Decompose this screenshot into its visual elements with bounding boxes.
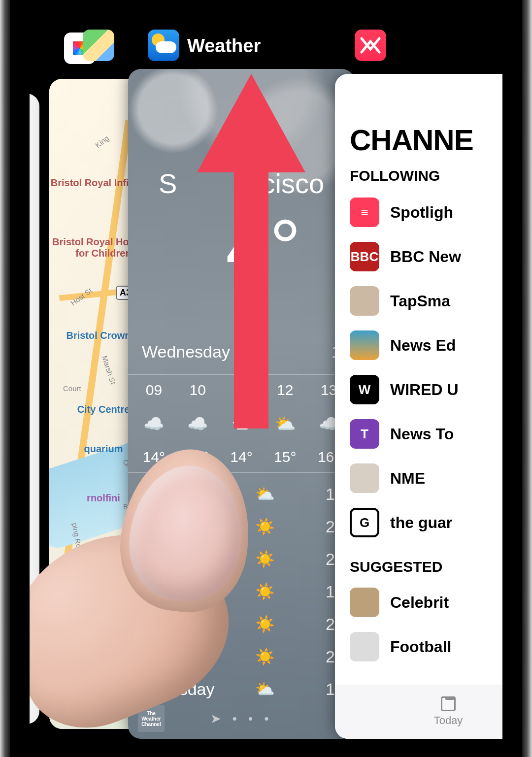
channel-icon: BBC	[350, 242, 379, 271]
suggested-list: CelebritFootball	[350, 580, 502, 669]
channel-item[interactable]: NME	[350, 456, 502, 500]
switcher-header: Weather	[30, 30, 502, 69]
section-following: FOLLOWING	[350, 167, 440, 184]
channel-name: BBC New	[390, 248, 461, 266]
day-icon: ☀️	[250, 582, 280, 601]
news-icon[interactable]	[355, 30, 386, 61]
hour-column: 09☁️14°	[143, 382, 165, 465]
channel-icon	[350, 463, 379, 493]
hour-column: 10☁️14°	[187, 382, 209, 465]
channel-item[interactable]: News Ed	[350, 323, 502, 367]
hour-temp: 14°	[187, 449, 209, 465]
page-indicator[interactable]: ➤ • • •	[128, 707, 355, 730]
day-icon: ☀️	[250, 517, 280, 536]
channel-icon	[350, 632, 379, 661]
app-card-weather[interactable]: Sxxxxxncisco 14° Wednesday 1 09☁️14°10☁️…	[128, 69, 355, 739]
app-switcher-screen[interactable]: Weather A38 Bristol Royal InfirmaryBrist…	[30, 0, 502, 757]
channel-name: NME	[390, 469, 425, 488]
forecast-row: ☀️2	[142, 608, 341, 640]
weather-temp: 14°	[128, 202, 355, 293]
app-card-photos[interactable]	[30, 94, 39, 724]
day-hi: 2	[280, 615, 341, 634]
channel-item[interactable]: Celebrit	[350, 580, 502, 625]
maps-icon[interactable]	[83, 30, 114, 61]
day-hi: 1	[280, 680, 341, 699]
weather-today-row: Wednesday 1	[142, 342, 341, 362]
hour-time: 11	[233, 382, 249, 398]
channel-item[interactable]: BBCBBC New	[350, 234, 502, 279]
hour-icon: ⛅	[275, 414, 296, 433]
day-name: Thursday	[142, 485, 250, 504]
bezel-left	[0, 0, 10, 757]
forecast-row: Thursday⛅1	[142, 478, 341, 510]
channel-icon: T	[350, 419, 379, 449]
forecast-row: ☀️1	[142, 575, 341, 608]
channel-item[interactable]: Football	[350, 625, 502, 669]
day-icon: ⛅	[250, 680, 280, 698]
hour-temp: 14°	[143, 449, 165, 465]
channel-item[interactable]: Gthe guar	[350, 500, 502, 545]
channel-icon	[350, 330, 379, 360]
channel-name: Football	[390, 638, 451, 656]
channel-icon: W	[350, 375, 379, 404]
channel-name: TapSma	[390, 292, 450, 310]
map-street-label: Court	[63, 384, 81, 393]
day-hi: 2	[280, 647, 341, 666]
hour-icon: ☁️	[187, 414, 208, 433]
news-tab-today[interactable]: Today	[335, 685, 502, 739]
today-tab-icon	[441, 696, 456, 711]
news-title: CHANNE	[350, 123, 473, 157]
channel-icon	[350, 588, 379, 617]
channel-item[interactable]: WWIRED U	[350, 367, 502, 412]
today-label: Wednesday	[142, 342, 230, 362]
day-hi: 1	[280, 582, 341, 601]
focused-app-label: Weather	[187, 35, 261, 57]
day-icon: ☀️	[250, 550, 280, 568]
forecast-row: Frid☀️2	[142, 510, 341, 543]
hour-temp: 14°	[230, 449, 252, 465]
channel-name: WIRED U	[390, 381, 459, 399]
weather-city: Sxxxxxncisco	[128, 167, 355, 199]
weather-icon[interactable]	[148, 30, 179, 61]
channel-icon: G	[350, 508, 379, 537]
channel-item[interactable]: ≡Spotligh	[350, 190, 502, 234]
channel-icon	[350, 286, 379, 316]
hour-column: 12⛅15°	[274, 382, 296, 465]
channel-name: News To	[390, 425, 454, 443]
hour-time: 12	[277, 382, 293, 398]
day-hi: 2	[280, 550, 341, 569]
day-name: Frid	[142, 517, 250, 536]
day-hi: 2	[280, 517, 341, 536]
following-list: ≡SpotlighBBCBBC NewTapSmaNews EdWWIRED U…	[350, 190, 502, 545]
hour-icon: 🌥	[233, 414, 250, 433]
day-hi: 1	[280, 485, 341, 504]
channel-name: Celebrit	[390, 593, 449, 612]
hour-temp: 15°	[274, 449, 296, 465]
channel-name: Spotligh	[390, 203, 453, 222]
channel-item[interactable]: TNews To	[350, 412, 502, 456]
today-tab-label: Today	[434, 714, 463, 727]
app-card-news[interactable]: CHANNE FOLLOWING ≡SpotlighBBCBBC NewTapS…	[335, 74, 502, 739]
weekly-forecast[interactable]: Thursday⛅1Frid☀️2☀️2☀️1☀️2☀️2ednesday⛅1	[142, 478, 341, 705]
hour-column: 11🌥14°	[230, 382, 252, 465]
channel-name: News Ed	[390, 336, 456, 355]
phone-frame: Weather A38 Bristol Royal InfirmaryBrist…	[0, 0, 532, 757]
forecast-row: ☀️2	[142, 640, 341, 673]
hour-time: 09	[146, 382, 162, 398]
hour-icon: ☁️	[143, 414, 164, 433]
forecast-row: ednesday⛅1	[142, 673, 341, 705]
section-suggested: SUGGESTED	[350, 559, 442, 575]
hour-time: 10	[190, 382, 206, 398]
forecast-row: ☀️2	[142, 543, 341, 575]
day-icon: ☀️	[250, 615, 280, 633]
day-name: ednesday	[142, 680, 250, 699]
channel-name: the guar	[390, 514, 452, 532]
day-icon: ☀️	[250, 647, 280, 666]
day-icon: ⛅	[250, 485, 280, 503]
channel-item[interactable]: TapSma	[350, 279, 502, 323]
channel-icon: ≡	[350, 197, 379, 227]
bezel-right	[522, 0, 532, 757]
hourly-forecast[interactable]: 09☁️14°10☁️14°11🌥14°12⛅15°13☁️16°	[128, 374, 355, 473]
